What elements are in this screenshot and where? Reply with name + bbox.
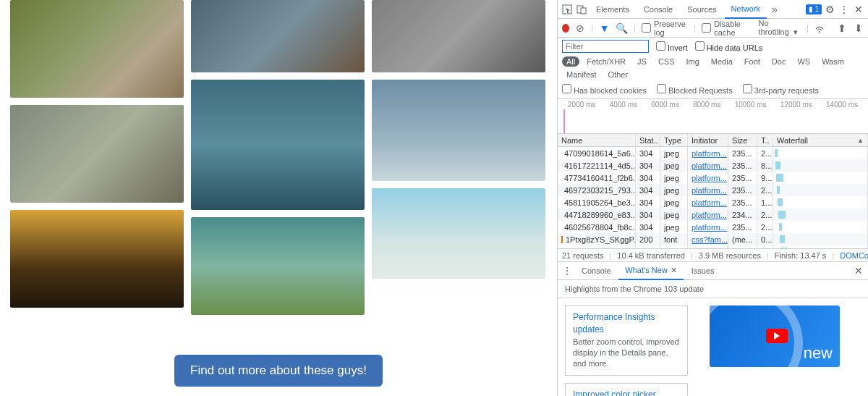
settings-icon[interactable]: ⚙ bbox=[823, 3, 836, 16]
close-drawer-icon[interactable]: ✕ bbox=[852, 264, 865, 277]
hide-data-urls-checkbox[interactable]: Hide data URLs bbox=[695, 41, 763, 52]
blocked-requests-checkbox[interactable]: Blocked Requests bbox=[657, 84, 733, 95]
gallery-image[interactable] bbox=[372, 188, 545, 279]
timeline-overview[interactable]: 2000 ms4000 ms6000 ms8000 ms10000 ms1200… bbox=[558, 99, 868, 134]
svg-point-3 bbox=[819, 31, 820, 33]
more-tabs-icon[interactable]: » bbox=[768, 3, 781, 16]
network-row[interactable]: 45811905264_be3...304jpegplatform...235.… bbox=[558, 196, 868, 208]
initiator-link[interactable]: platform... bbox=[692, 174, 727, 182]
device-toggle-icon[interactable] bbox=[575, 3, 588, 16]
type-filter-js[interactable]: JS bbox=[633, 56, 651, 67]
initiator-link[interactable]: platform... bbox=[692, 161, 727, 170]
tab-network[interactable]: Network bbox=[725, 0, 767, 19]
search-icon[interactable]: 🔍 bbox=[616, 22, 628, 35]
devtools-panel: Elements Console Sources Network » ▮ 1 ⚙… bbox=[557, 0, 868, 396]
gallery-image[interactable] bbox=[372, 80, 545, 181]
filter-icon[interactable]: ▼ bbox=[599, 22, 610, 35]
close-tab-icon[interactable]: ✕ bbox=[671, 266, 677, 275]
network-row[interactable]: 47734160411_f2b6...304jpegplatform...235… bbox=[558, 172, 868, 184]
network-row[interactable]: 46025678804_fb8c...304jpegplatform...235… bbox=[558, 221, 868, 233]
whatsnew-card[interactable]: Improved color picker bbox=[565, 383, 688, 396]
initiator-link[interactable]: platform... bbox=[692, 198, 727, 207]
network-table-body: 47099018614_5a6...304jpegplatform...235.… bbox=[558, 147, 868, 248]
file-type-icon bbox=[561, 236, 563, 243]
type-filter-doc[interactable]: Doc bbox=[767, 56, 791, 67]
record-button[interactable] bbox=[562, 24, 569, 33]
preserve-log-checkbox[interactable]: Preserve log bbox=[642, 20, 688, 37]
export-icon[interactable]: ⬇ bbox=[853, 22, 864, 35]
initiator-link[interactable]: platform... bbox=[692, 211, 727, 219]
drawer-tab-issues[interactable]: Issues bbox=[685, 261, 721, 280]
kebab-icon[interactable]: ⋮ bbox=[838, 3, 851, 16]
gallery-image[interactable] bbox=[372, 0, 545, 72]
type-filter-ws[interactable]: WS bbox=[793, 56, 814, 67]
invert-checkbox[interactable]: Invert bbox=[656, 41, 688, 52]
gallery-image[interactable] bbox=[10, 210, 184, 308]
network-row[interactable]: 1Ptxg8zYS_SKggP...200fontcss?fam...(me..… bbox=[558, 233, 868, 245]
type-filter-manifest[interactable]: Manifest bbox=[562, 69, 601, 80]
initiator-link[interactable]: platform... bbox=[692, 186, 727, 195]
drawer-tabs: ⋮ Console What's New ✕ Issues ✕ bbox=[558, 261, 868, 280]
throttling-select[interactable]: No throttling ▾ bbox=[759, 19, 801, 37]
type-filter-other[interactable]: Other bbox=[604, 69, 633, 80]
gallery-image[interactable] bbox=[191, 0, 365, 72]
gallery-image[interactable] bbox=[10, 0, 184, 98]
type-filter-media[interactable]: Media bbox=[707, 56, 737, 67]
network-row[interactable]: 46972303215_793...304jpegplatform...235.… bbox=[558, 184, 868, 196]
network-status-bar: 21 requests | 10.4 kB transferred | 3.9 … bbox=[558, 248, 868, 261]
network-table-header[interactable]: Name Stat.. Type Initiator Size T.. Wate… bbox=[558, 134, 868, 147]
blocked-cookies-checkbox[interactable]: Has blocked cookies bbox=[562, 84, 647, 95]
find-out-more-button[interactable]: Find out more about these guys! bbox=[174, 355, 383, 387]
gallery-image[interactable] bbox=[191, 80, 365, 210]
close-icon[interactable]: ✕ bbox=[852, 3, 865, 16]
network-row[interactable]: 44718289960_e83...304jpegplatform...234.… bbox=[558, 208, 868, 221]
network-toolbar: ⊘ | ▼ 🔍 | Preserve log | Disable cache N… bbox=[558, 19, 868, 38]
gallery-image[interactable] bbox=[10, 105, 184, 203]
drawer-tab-console[interactable]: Console bbox=[575, 261, 617, 280]
disable-cache-checkbox[interactable]: Disable cache bbox=[702, 20, 752, 37]
initiator-link[interactable]: platform... bbox=[692, 223, 727, 232]
initiator-link[interactable]: platform... bbox=[692, 149, 727, 158]
image-gallery bbox=[0, 0, 557, 315]
type-filter-font[interactable]: Font bbox=[740, 56, 765, 67]
third-party-checkbox[interactable]: 3rd-party requests bbox=[743, 84, 819, 95]
import-icon[interactable]: ⬆ bbox=[837, 22, 848, 35]
network-row[interactable]: 41617221114_4d5...304jpegplatform...235.… bbox=[558, 159, 868, 172]
tab-console[interactable]: Console bbox=[637, 0, 679, 19]
drawer-tab-whatsnew[interactable]: What's New ✕ bbox=[618, 261, 683, 280]
tab-elements[interactable]: Elements bbox=[590, 0, 636, 19]
filter-input[interactable] bbox=[562, 40, 649, 53]
clear-icon[interactable]: ⊘ bbox=[575, 22, 586, 35]
play-icon bbox=[766, 329, 788, 343]
app-page: Find out more about these guys! feedback… bbox=[0, 0, 557, 396]
type-filter-all[interactable]: All bbox=[562, 56, 579, 67]
inspect-icon[interactable] bbox=[561, 3, 574, 16]
type-filter-fetchxhr[interactable]: Fetch/XHR bbox=[582, 56, 630, 67]
initiator-link[interactable]: css?fam... bbox=[692, 235, 728, 244]
type-filter-row: AllFetch/XHRJSCSSImgMediaFontDocWSWasmMa… bbox=[558, 55, 868, 83]
whatsnew-video[interactable]: new bbox=[710, 306, 840, 367]
network-row[interactable]: 47099018614_5a6...304jpegplatform...235.… bbox=[558, 147, 868, 159]
whatsnew-card[interactable]: Performance Insights updates Better zoom… bbox=[565, 306, 688, 376]
svg-rect-2 bbox=[581, 8, 586, 14]
whatsnew-highlights: Highlights from the Chrome 103 update bbox=[558, 280, 868, 298]
drawer-menu-icon[interactable]: ⋮ bbox=[561, 264, 574, 277]
issues-badge[interactable]: ▮ 1 bbox=[806, 4, 822, 14]
devtools-main-tabs: Elements Console Sources Network » ▮ 1 ⚙… bbox=[558, 0, 868, 19]
type-filter-css[interactable]: CSS bbox=[654, 56, 679, 67]
gallery-image[interactable] bbox=[191, 217, 365, 315]
type-filter-img[interactable]: Img bbox=[682, 56, 704, 67]
type-filter-wasm[interactable]: Wasm bbox=[817, 56, 848, 67]
tab-sources[interactable]: Sources bbox=[681, 0, 723, 19]
network-conditions-icon[interactable] bbox=[814, 22, 825, 35]
